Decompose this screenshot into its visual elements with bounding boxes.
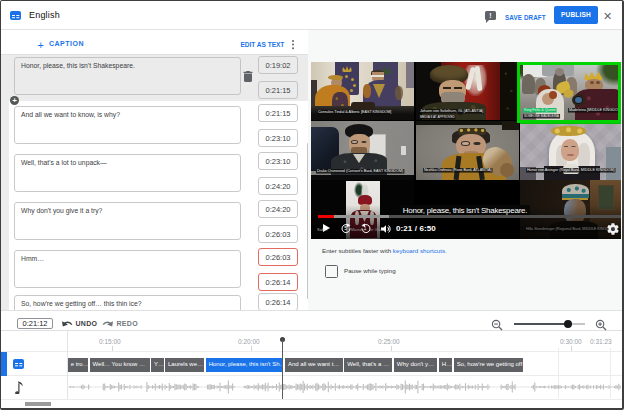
- svg-text:5: 5: [344, 226, 347, 231]
